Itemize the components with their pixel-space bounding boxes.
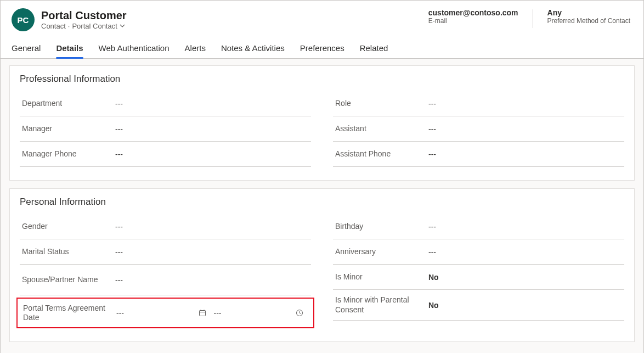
- section-title-personal: Personal Information: [20, 197, 624, 208]
- label-role: Role: [335, 99, 428, 109]
- field-assistant[interactable]: Assistant ---: [333, 116, 624, 142]
- subtitle-sep: ·: [68, 22, 70, 30]
- highlight-portal-terms: Portal Terms Agreement Date ---: [16, 298, 314, 328]
- header-email-value: customer@contoso.com: [428, 8, 518, 17]
- entity-type: Contact: [41, 22, 66, 30]
- field-portal-terms-agreement-date[interactable]: Portal Terms Agreement Date ---: [21, 301, 310, 325]
- portal-terms-time-part[interactable]: ---: [214, 309, 308, 317]
- value-spouse-partner-name: ---: [115, 276, 309, 284]
- personal-right-column: Birthday --- Anniversary --- Is Minor No…: [333, 214, 624, 328]
- value-assistant: ---: [428, 125, 622, 133]
- header-email-label: E-mail: [428, 17, 518, 25]
- field-spouse-partner-name[interactable]: Spouse/Partner Name ---: [20, 265, 311, 295]
- svg-rect-0: [199, 311, 205, 316]
- label-department: Department: [22, 99, 115, 109]
- field-anniversary[interactable]: Anniversary ---: [333, 239, 624, 265]
- label-gender: Gender: [22, 222, 115, 232]
- value-anniversary: ---: [428, 248, 622, 256]
- header-field-email[interactable]: customer@contoso.com E-mail: [426, 8, 521, 25]
- tab-related[interactable]: Related: [360, 40, 388, 58]
- label-anniversary: Anniversary: [335, 247, 428, 257]
- value-role: ---: [428, 99, 622, 108]
- tab-alerts[interactable]: Alerts: [185, 40, 206, 58]
- tab-preferences[interactable]: Preferences: [300, 40, 344, 58]
- chevron-down-icon: [120, 23, 125, 29]
- personal-left-column: Gender --- Marital Status --- Spouse/Par…: [20, 214, 311, 328]
- value-portal-terms-time: ---: [214, 309, 222, 317]
- value-gender: ---: [115, 222, 309, 231]
- form-content: Professional Information Department --- …: [1, 59, 643, 353]
- field-is-minor[interactable]: Is Minor No: [333, 265, 624, 290]
- value-manager-phone: ---: [115, 150, 309, 159]
- value-is-minor: No: [428, 273, 622, 282]
- value-marital-status: ---: [115, 248, 309, 256]
- field-manager-phone[interactable]: Manager Phone ---: [20, 142, 311, 167]
- label-is-minor-parental-consent: Is Minor with Parental Consent: [335, 295, 428, 315]
- field-is-minor-parental-consent[interactable]: Is Minor with Parental Consent No: [333, 290, 624, 321]
- label-assistant: Assistant: [335, 124, 428, 134]
- calendar-icon[interactable]: [199, 309, 206, 317]
- value-assistant-phone: ---: [428, 150, 622, 159]
- field-department[interactable]: Department ---: [20, 91, 311, 116]
- header-pref-value: Any: [547, 8, 630, 17]
- svg-line-6: [300, 313, 301, 314]
- form-selector-label: Portal Contact: [72, 22, 117, 30]
- label-manager-phone: Manager Phone: [22, 149, 115, 159]
- header-field-preferred-contact[interactable]: Any Preferred Method of Contact: [545, 8, 632, 25]
- section-personal-information: Personal Information Gender --- Marital …: [9, 188, 635, 342]
- label-manager: Manager: [22, 124, 115, 134]
- value-manager: ---: [115, 125, 309, 133]
- value-portal-terms-date: ---: [116, 309, 124, 317]
- section-professional-information: Professional Information Department --- …: [9, 65, 635, 181]
- field-assistant-phone[interactable]: Assistant Phone ---: [333, 142, 624, 167]
- label-spouse-partner-name: Spouse/Partner Name: [22, 275, 115, 285]
- tab-notes-activities[interactable]: Notes & Activities: [221, 40, 285, 58]
- value-is-minor-parental-consent: No: [428, 301, 622, 310]
- clock-icon[interactable]: [296, 309, 303, 317]
- label-portal-terms: Portal Terms Agreement Date: [23, 304, 116, 323]
- field-birthday[interactable]: Birthday ---: [333, 214, 624, 239]
- tab-details[interactable]: Details: [56, 40, 83, 58]
- label-assistant-phone: Assistant Phone: [335, 149, 428, 159]
- header-pref-label: Preferred Method of Contact: [547, 17, 630, 25]
- field-manager[interactable]: Manager ---: [20, 116, 311, 142]
- tab-bar: General Details Web Authentication Alert…: [1, 35, 643, 59]
- field-gender[interactable]: Gender ---: [20, 214, 311, 239]
- professional-right-column: Role --- Assistant --- Assistant Phone -…: [333, 91, 624, 167]
- page-title: Portal Customer: [41, 9, 127, 22]
- header-left: PC Portal Customer Contact · Portal Cont…: [12, 8, 127, 31]
- portal-terms-date-part[interactable]: ---: [116, 309, 211, 317]
- header-divider: [533, 9, 533, 28]
- section-title-professional: Professional Information: [20, 74, 624, 85]
- tab-general[interactable]: General: [12, 40, 41, 58]
- field-marital-status[interactable]: Marital Status ---: [20, 239, 311, 265]
- label-birthday: Birthday: [335, 222, 428, 232]
- record-header: PC Portal Customer Contact · Portal Cont…: [1, 1, 643, 35]
- label-marital-status: Marital Status: [22, 247, 115, 257]
- record-subtitle[interactable]: Contact · Portal Contact: [41, 22, 127, 30]
- value-department: ---: [115, 99, 309, 108]
- title-block: Portal Customer Contact · Portal Contact: [41, 9, 127, 30]
- value-birthday: ---: [428, 222, 622, 231]
- field-role[interactable]: Role ---: [333, 91, 624, 116]
- avatar: PC: [12, 8, 35, 31]
- tab-web-authentication[interactable]: Web Authentication: [99, 40, 170, 58]
- professional-left-column: Department --- Manager --- Manager Phone…: [20, 91, 311, 167]
- header-right: customer@contoso.com E-mail Any Preferre…: [426, 8, 632, 28]
- label-is-minor: Is Minor: [335, 272, 428, 282]
